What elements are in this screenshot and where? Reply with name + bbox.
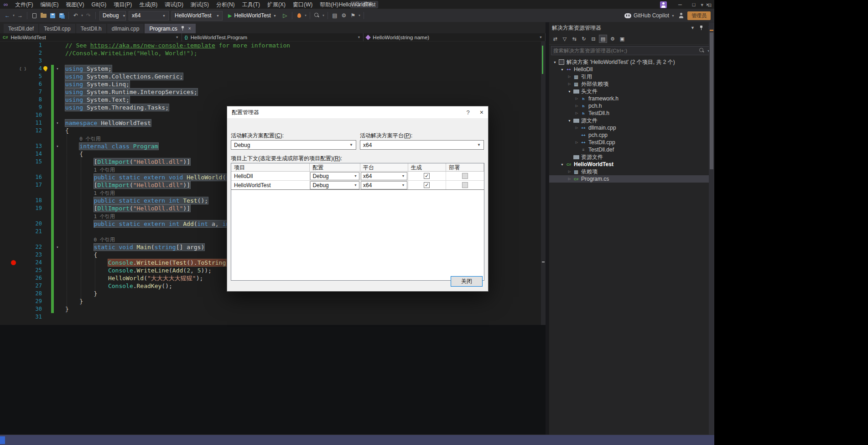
code-text[interactable]: public static extern int Add(int a, int … xyxy=(65,220,247,228)
menu-test[interactable]: 测试(S) xyxy=(187,0,213,9)
deploy-checkbox[interactable] xyxy=(462,173,468,179)
expand-arrow-icon[interactable]: ▷ xyxy=(574,111,580,115)
code-line-8[interactable]: 8using System.Text; xyxy=(0,96,546,104)
code-line-1[interactable]: 1// See https://aka.ms/new-console-templ… xyxy=(0,42,546,49)
breakpoint-margin[interactable] xyxy=(0,142,17,150)
breakpoint-margin[interactable] xyxy=(0,298,17,305)
breakpoint-margin[interactable] xyxy=(0,173,17,181)
expand-arrow-icon[interactable]: ▷ xyxy=(567,82,572,86)
breakpoint-margin[interactable] xyxy=(0,228,17,236)
pin-icon[interactable] xyxy=(699,26,704,31)
restore-button[interactable]: □ xyxy=(687,0,701,9)
tab-dllmain-cpp[interactable]: dllmain.cpp xyxy=(107,24,144,33)
dialog-close-icon[interactable]: × xyxy=(480,109,483,116)
float-tab-icon[interactable]: ⊟ xyxy=(708,3,712,8)
deploy-checkbox[interactable] xyxy=(462,182,468,188)
menu-edit[interactable]: 编辑(E) xyxy=(37,0,62,9)
tree-item-资源文件[interactable]: 资源文件 xyxy=(549,153,714,161)
code-line-7[interactable]: 7using System.Runtime.InteropServices; xyxy=(0,88,546,96)
tree-item-dllmain-cpp[interactable]: ▷++dllmain.cpp xyxy=(549,124,714,131)
tab-program-cs[interactable]: Program.cs× xyxy=(145,24,195,33)
row-platform-dropdown[interactable]: x64▼ xyxy=(361,172,407,180)
dialog-titlebar[interactable]: 配置管理器 ? × xyxy=(227,106,488,118)
bookmark-menu-chevron-icon[interactable]: ▾ xyxy=(358,11,361,20)
code-text[interactable]: 1 个引用 xyxy=(65,166,115,173)
menu-extensions[interactable]: 扩展(X) xyxy=(264,0,289,9)
open-file-icon[interactable] xyxy=(40,11,47,20)
minimize-button[interactable]: ─ xyxy=(673,0,687,9)
menu-view[interactable]: 视图(V) xyxy=(62,0,88,9)
switch-views-icon[interactable]: ⇄ xyxy=(551,35,559,43)
breakpoint-margin[interactable] xyxy=(0,259,17,267)
save-icon[interactable] xyxy=(49,11,56,20)
breakpoint-margin[interactable] xyxy=(0,181,17,189)
code-text[interactable]: //Console.WriteLine("Hello, World!"); xyxy=(65,49,198,57)
collapse-arrow-icon[interactable]: ▼ xyxy=(552,61,558,64)
breakpoint-icon[interactable] xyxy=(11,260,16,265)
code-text[interactable]: Console.WriteLine(Test().ToString()); xyxy=(65,259,240,267)
codelens-references[interactable]: 1 个引用 xyxy=(65,190,115,196)
code-text[interactable]: Console.WriteLine(Add(2, 5)); xyxy=(65,267,212,274)
fold-marker[interactable]: ▾ xyxy=(54,65,61,73)
tree-item-program-cs[interactable]: ▷C#Program.cs xyxy=(549,175,714,183)
close-dialog-button[interactable]: 关闭 xyxy=(451,276,483,287)
properties-window-icon[interactable]: ⚙ xyxy=(340,11,348,20)
undo-menu-chevron-icon[interactable]: ▾ xyxy=(80,11,84,20)
platform-dropdown[interactable]: x64▼ xyxy=(129,11,169,21)
breakpoint-margin[interactable] xyxy=(0,119,17,127)
copilot-button[interactable]: GitHub Copilot ▼ xyxy=(624,12,675,19)
hot-reload-menu-chevron-icon[interactable]: ▾ xyxy=(304,11,307,20)
expand-arrow-icon[interactable]: ▷ xyxy=(567,177,572,181)
breakpoint-margin[interactable] xyxy=(0,282,17,290)
forward-icon[interactable]: → xyxy=(16,11,24,20)
code-line-6[interactable]: 6using System.Linq; xyxy=(0,80,546,88)
codelens-references[interactable]: 1 个引用 xyxy=(65,214,115,220)
hot-reload-icon[interactable] xyxy=(296,11,303,20)
breadcrumb-helloworld-string-name[interactable]: HelloWorld(string name)▼ xyxy=(364,33,546,41)
feedback-icon[interactable] xyxy=(678,13,684,18)
breakpoint-margin[interactable] xyxy=(0,212,17,220)
menu-window[interactable]: 窗口(W) xyxy=(289,0,316,9)
user-avatar[interactable] xyxy=(660,1,667,8)
code-line-3[interactable]: 3 xyxy=(0,57,546,65)
tree-item-依赖项[interactable]: ▷▤依赖项 xyxy=(549,168,714,175)
close-tab-icon[interactable]: × xyxy=(188,26,191,31)
breakpoint-margin[interactable] xyxy=(0,220,17,228)
properties-icon[interactable]: ⚙ xyxy=(608,35,617,43)
code-line-30[interactable]: 30} xyxy=(0,305,546,313)
fold-marker[interactable]: ▾ xyxy=(54,142,61,150)
breakpoint-margin[interactable] xyxy=(0,65,17,73)
code-text[interactable]: static void Main(string[] args) xyxy=(65,243,204,251)
collapse-arrow-icon[interactable]: ▼ xyxy=(567,90,572,93)
help-button[interactable]: ? xyxy=(467,109,470,116)
expand-arrow-icon[interactable]: ▷ xyxy=(574,141,580,144)
code-text[interactable]: { xyxy=(65,251,97,259)
refresh-icon[interactable]: ↻ xyxy=(580,35,588,43)
menu-git[interactable]: Git(G) xyxy=(88,0,110,9)
save-all-icon[interactable] xyxy=(58,11,65,20)
new-project-icon[interactable] xyxy=(31,11,38,20)
show-all-files-icon[interactable]: ▤ xyxy=(599,35,607,43)
solution-search-box[interactable]: ▼ xyxy=(551,46,712,55)
tree-item-testdll-h[interactable]: ▷hTestDll.h xyxy=(549,110,714,117)
breadcrumb-helloworldtest[interactable]: C#HelloWorldTest▼ xyxy=(0,33,182,41)
code-text[interactable]: using System; xyxy=(65,65,112,73)
sync-with-active-document-icon[interactable]: ⇆ xyxy=(570,35,578,43)
code-text[interactable]: Console.ReadKey(); xyxy=(65,282,172,290)
breakpoint-margin[interactable] xyxy=(0,135,17,142)
breakpoint-margin[interactable] xyxy=(0,49,17,57)
code-text[interactable]: 1 个引用 xyxy=(65,189,115,197)
pin-icon[interactable] xyxy=(181,26,185,31)
tree-item-framework-h[interactable]: ▷hframework.h xyxy=(549,95,714,102)
breakpoint-margin[interactable] xyxy=(0,204,17,212)
code-text[interactable]: using System.Threading.Tasks; xyxy=(65,104,169,111)
breakpoint-margin[interactable] xyxy=(0,80,17,88)
breakpoint-margin[interactable] xyxy=(0,73,17,80)
breakpoint-margin[interactable] xyxy=(0,104,17,111)
startup-project-dropdown[interactable]: HelloWorldTest▼ xyxy=(172,11,223,21)
code-text[interactable]: namespace HelloWorldTest xyxy=(65,119,151,127)
breakpoint-margin[interactable] xyxy=(0,251,17,259)
tree-item-testdll-cpp[interactable]: ▷++TestDll.cpp xyxy=(549,139,714,146)
fold-marker[interactable]: ▾ xyxy=(54,243,61,251)
menu-build[interactable]: 生成(B) xyxy=(135,0,161,9)
